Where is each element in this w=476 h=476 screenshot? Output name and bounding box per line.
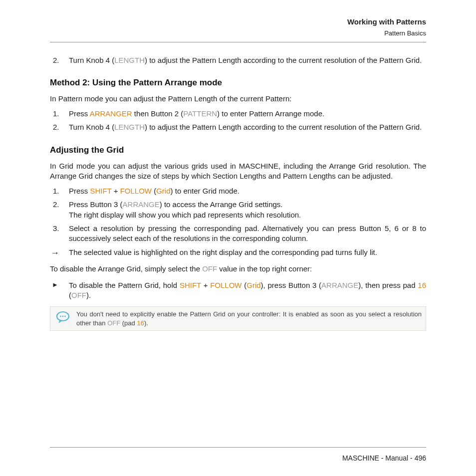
list-item: 2. Press Button 3 (ARRANGE) to access th… (50, 200, 426, 220)
step-number: 1. (50, 186, 69, 196)
arrow-icon: → (50, 247, 69, 259)
keyword-16: 16 (137, 319, 144, 327)
svg-point-1 (60, 316, 61, 317)
step-text: Press SHIFT + FOLLOW (Grid) to enter Gri… (69, 186, 426, 196)
header-title: Working with Patterns (50, 17, 426, 27)
action-item: ► To disable the Pattern Grid, hold SHIF… (50, 280, 426, 301)
method2-list: 1. Press ARRANGER then Button 2 (PATTERN… (50, 109, 426, 133)
keyword-grid: Grid (156, 187, 170, 195)
disable-grid-line: To disable the Arrange Grid, simply sele… (50, 264, 426, 274)
tip-text: You don't need to explicitly enable the … (76, 310, 422, 327)
svg-point-2 (62, 316, 64, 317)
step-text: Press Button 3 (ARRANGE) to access the A… (69, 200, 426, 220)
label-off: OFF (71, 291, 86, 299)
step-number: 2. (50, 122, 69, 132)
header-subtitle: Pattern Basics (50, 29, 426, 38)
step-text: Turn Knob 4 (LENGTH) to adjust the Patte… (69, 122, 426, 132)
label-length: LENGTH (114, 56, 145, 64)
keyword-arranger: ARRANGER (90, 109, 132, 118)
tip-box: You don't need to explicitly enable the … (50, 306, 426, 331)
page-header: Working with Patterns Pattern Basics (50, 17, 426, 42)
keyword-16: 16 (418, 281, 426, 289)
label-length: LENGTH (114, 123, 145, 131)
heading-method-2: Method 2: Using the Pattern Arrange mode (50, 77, 426, 89)
keyword-grid: Grid (246, 281, 260, 289)
keyword-follow: FOLLOW (120, 187, 152, 195)
footer-text: MASCHINE - Manual - 496 (342, 454, 426, 462)
top-continuation-list: 2. Turn Knob 4 (LENGTH) to adjust the Pa… (50, 55, 426, 65)
label-off: OFF (107, 319, 120, 327)
label-off: OFF (202, 264, 217, 273)
grid-list: 1. Press SHIFT + FOLLOW (Grid) to enter … (50, 186, 426, 243)
method2-intro: In Pattern mode you can adjust the Patte… (50, 94, 426, 104)
svg-point-3 (64, 316, 66, 317)
result-item: → The selected value is highlighted on t… (50, 247, 426, 259)
list-item: 2. Turn Knob 4 (LENGTH) to adjust the Pa… (50, 122, 426, 132)
speech-bubble-icon (54, 310, 71, 324)
step-number: 1. (50, 109, 69, 119)
action-text: To disable the Pattern Grid, hold SHIFT … (69, 280, 426, 301)
step-number: 3. (50, 224, 69, 244)
label-arrange: ARRANGE (123, 200, 160, 209)
keyword-shift: SHIFT (90, 187, 112, 195)
list-item: 2. Turn Knob 4 (LENGTH) to adjust the Pa… (50, 55, 426, 65)
step-number: 2. (50, 55, 69, 65)
triangle-icon: ► (50, 280, 69, 301)
keyword-shift: SHIFT (180, 281, 201, 289)
list-item: 1. Press SHIFT + FOLLOW (Grid) to enter … (50, 186, 426, 196)
result-text: The selected value is highlighted on the… (69, 247, 426, 259)
keyword-follow: FOLLOW (210, 281, 241, 289)
list-item: 1. Press ARRANGER then Button 2 (PATTERN… (50, 109, 426, 119)
step-text: Turn Knob 4 (LENGTH) to adjust the Patte… (69, 55, 426, 65)
label-pattern: PATTERN (183, 109, 217, 118)
grid-intro: In Grid mode you can adjust the various … (50, 161, 426, 182)
heading-adjusting-grid: Adjusting the Grid (50, 145, 426, 156)
page-footer: MASCHINE - Manual - 496 (50, 447, 426, 463)
step-text: Select a resolution by pressing the corr… (69, 224, 426, 244)
step-text: Press ARRANGER then Button 2 (PATTERN) t… (69, 109, 426, 119)
label-arrange: ARRANGE (321, 281, 358, 289)
list-item: 3. Select a resolution by pressing the c… (50, 224, 426, 244)
step-number: 2. (50, 200, 69, 220)
